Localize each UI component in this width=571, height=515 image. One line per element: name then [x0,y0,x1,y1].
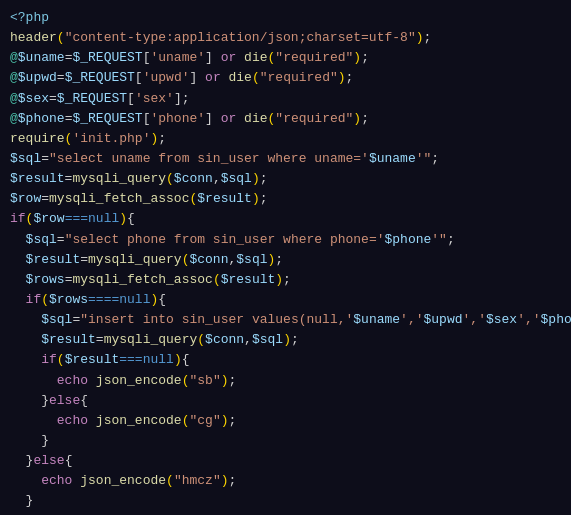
code-token: $_REQUEST [57,91,127,106]
code-token: ] [205,50,221,65]
code-token: { [127,211,135,226]
code-token: json_encode [80,473,166,488]
code-token: if [41,352,57,367]
code-token: $sex [18,91,49,106]
code-line: }else{ [10,391,561,411]
code-token [10,232,26,247]
code-token: ; [361,50,369,65]
code-token: ; [260,191,268,206]
code-token: or [221,111,237,126]
code-token: ; [291,332,299,347]
code-token: ) [221,473,229,488]
code-token: ; [158,131,166,146]
code-token: "required" [275,111,353,126]
code-token [221,70,229,85]
code-token: mysqli_query [104,332,198,347]
code-token: ) [353,111,361,126]
code-token: { [182,352,190,367]
code-line: } [10,431,561,451]
code-token: 'phone' [150,111,205,126]
code-token: ( [197,332,205,347]
code-token: @ [10,111,18,126]
code-token: die [244,50,267,65]
code-token [10,312,41,327]
code-token [10,272,26,287]
code-token: $rows [49,292,88,307]
code-token: 'upwd' [143,70,190,85]
code-token: } [10,493,33,508]
code-token: null [143,352,174,367]
code-line: $sql="select uname from sin_user where u… [10,149,561,169]
code-line: $result=mysqli_query($conn,$sql); [10,169,561,189]
code-token [10,292,26,307]
code-token: ( [213,272,221,287]
code-token: '" [416,151,432,166]
code-line: } [10,491,561,511]
code-token: ; [229,413,237,428]
code-token: $conn [205,332,244,347]
code-token: = [41,151,49,166]
code-token: $_REQUEST [65,70,135,85]
code-token: ; [447,232,455,247]
code-token: @ [10,50,18,65]
code-line: echo json_encode("cg"); [10,411,561,431]
code-token: if [26,292,42,307]
code-token: $result [197,191,252,206]
code-line: $result=mysqli_query($conn,$sql); [10,330,561,350]
code-token: else [49,393,80,408]
code-token: } [10,433,49,448]
code-token: === [65,211,88,226]
code-token: = [49,91,57,106]
code-token: ) [353,50,361,65]
code-token [10,473,41,488]
code-token: require [10,131,65,146]
code-line: if($result===null){ [10,350,561,370]
code-token: $result [10,171,65,186]
code-token: "select phone from sin_user where phone=… [65,232,385,247]
code-token: $conn [189,252,228,267]
code-token: { [80,393,88,408]
code-token: $uname [369,151,416,166]
code-token: $phone [18,111,65,126]
code-token: ) [252,191,260,206]
code-token: or [221,50,237,65]
code-token: $upwd [18,70,57,85]
code-token: $upwd [424,312,463,327]
code-token: = [80,252,88,267]
code-token: ',' [463,312,486,327]
code-token: $uname [18,50,65,65]
code-token: $sex [486,312,517,327]
code-token: die [229,70,252,85]
code-line: @$upwd=$_REQUEST['upwd'] or die("require… [10,68,561,88]
code-token: $sql [252,332,283,347]
code-line: $result=mysqli_query($conn,$sql); [10,250,561,270]
code-token: $result [41,332,96,347]
code-token: $phone [541,312,571,327]
code-token: ==== [88,292,119,307]
code-token: ; [361,111,369,126]
code-token: header [10,30,57,45]
code-token: ; [229,473,237,488]
code-line: $sql="insert into sin_user values(null,'… [10,310,561,330]
code-token: ( [41,292,49,307]
code-token: echo [41,473,72,488]
code-token: ) [119,211,127,226]
code-line: $sql="select phone from sin_user where p… [10,230,561,250]
code-token: @ [10,70,18,85]
code-token: ( [57,352,65,367]
code-token: if [10,211,26,226]
code-token: ) [252,171,260,186]
code-line: $row=mysqli_fetch_assoc($result); [10,189,561,209]
code-line: @$uname=$_REQUEST['uname'] or die("requi… [10,48,561,68]
code-token: null [88,211,119,226]
code-line: if($rows====null){ [10,290,561,310]
code-token: $sql [41,312,72,327]
code-token: 'sex' [135,91,174,106]
code-token: $sql [10,151,41,166]
code-token: === [119,352,142,367]
code-token: [ [135,70,143,85]
code-token: json_encode [96,373,182,388]
code-token: mysqli_query [88,252,182,267]
code-token: echo [57,373,88,388]
code-token [236,50,244,65]
